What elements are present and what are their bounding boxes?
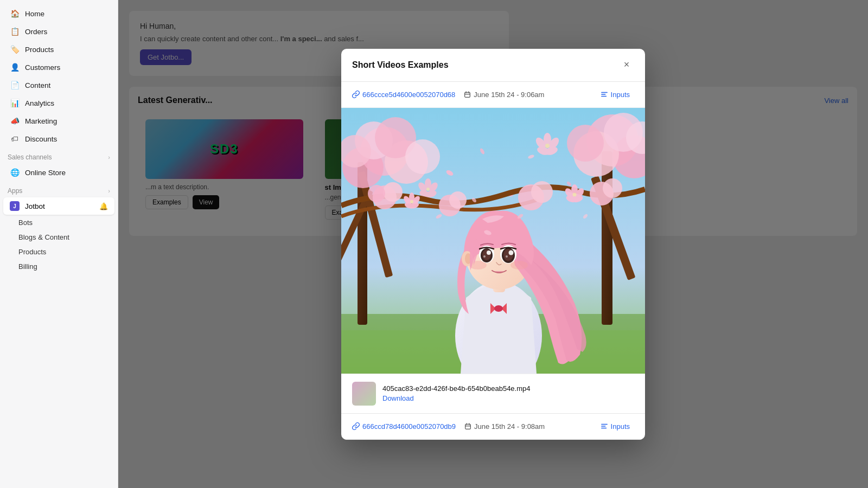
analytics-icon: 📊 <box>10 98 20 108</box>
sidebar-item-discounts[interactable]: 🏷 Discounts <box>3 130 114 147</box>
svg-point-73 <box>410 200 413 203</box>
apps-section: Apps › <box>0 182 118 197</box>
sidebar-item-products[interactable]: 🏷️ Products <box>3 41 114 58</box>
modal-close-button[interactable]: × <box>619 57 634 73</box>
modal: Short Videos Examples × 666ccce5d4600e00… <box>341 49 645 440</box>
svg-point-42 <box>494 305 503 312</box>
sales-channels-section: Sales channels › <box>0 148 118 163</box>
main-content: J Jotbot Hi Human, I can quickly create … <box>118 0 868 488</box>
sidebar-item-orders[interactable]: 📋 Orders <box>3 23 114 40</box>
modal-second-meta: 666ccd78d4600e0052070db9 June 15th 24 - … <box>341 413 645 440</box>
online-store-icon: 🌐 <box>10 168 20 177</box>
modal-file-section: 405cac83-e2dd-426f-be4b-654b0beab54e.mp4… <box>341 374 645 413</box>
modal-date: June 15th 24 - 9:06am <box>464 91 544 99</box>
modal-title: Short Videos Examples <box>352 60 449 70</box>
sidebar-sub-item-blogs-content[interactable]: Blogs & Content <box>3 230 114 244</box>
file-info: 405cac83-e2dd-426f-be4b-654b0beab54e.mp4… <box>382 384 531 402</box>
modal-header: Short Videos Examples × <box>341 49 645 82</box>
orders-icon: 📋 <box>10 27 20 36</box>
sidebar-item-jotbot[interactable]: J Jotbot 🔔 <box>3 197 114 215</box>
sales-channels-chevron: › <box>108 154 110 160</box>
second-inputs-button[interactable]: Inputs <box>596 420 634 433</box>
jotbot-app-icon: J <box>10 201 20 211</box>
svg-point-53 <box>509 250 514 255</box>
second-calendar-icon <box>464 423 471 430</box>
products-icon: 🏷️ <box>10 44 20 54</box>
second-link-icon <box>352 422 360 430</box>
content-icon: 📄 <box>10 80 20 90</box>
anime-scene-svg <box>341 108 645 374</box>
svg-point-48 <box>487 251 491 255</box>
svg-point-67 <box>603 178 622 198</box>
modal-second-link[interactable]: 666ccd78d4600e0052070db9 <box>352 422 456 431</box>
svg-rect-83 <box>465 424 471 429</box>
sidebar-sub-item-products[interactable]: Products <box>3 245 114 259</box>
svg-point-65 <box>531 181 553 203</box>
apps-chevron: › <box>108 188 110 194</box>
modal-second-date: June 15th 24 - 9:08am <box>464 422 545 431</box>
modal-meta-left: 666ccce5d4600e0052070d68 June 15th 24 - … <box>352 91 544 99</box>
svg-point-49 <box>483 255 486 258</box>
discounts-icon: 🏷 <box>10 134 20 144</box>
svg-point-61 <box>368 185 385 202</box>
marketing-icon: 📣 <box>10 116 20 126</box>
modal-image <box>341 108 645 374</box>
home-icon: 🏠 <box>10 9 20 18</box>
svg-point-40 <box>426 188 430 191</box>
calendar-icon <box>464 91 471 98</box>
modal-second-meta-left: 666ccd78d4600e0052070db9 June 15th 24 - … <box>352 422 545 431</box>
customers-icon: 👤 <box>10 62 20 72</box>
file-thumbnail <box>352 382 376 406</box>
sidebar-sub-item-bots[interactable]: Bots <box>3 216 114 229</box>
inputs-icon <box>601 91 608 98</box>
notification-bell-icon[interactable]: 🔔 <box>99 202 108 210</box>
sidebar-item-customers[interactable]: 👤 Customers <box>3 59 114 76</box>
svg-point-79 <box>573 192 577 196</box>
modal-meta: 666ccce5d4600e0052070d68 June 15th 24 - … <box>341 82 645 108</box>
svg-point-54 <box>506 255 508 258</box>
svg-point-60 <box>383 182 403 202</box>
sidebar-item-marketing[interactable]: 📣 Marketing <box>3 112 114 130</box>
svg-point-34 <box>545 144 550 148</box>
modal-image-container <box>341 108 645 374</box>
download-link[interactable]: Download <box>382 394 531 402</box>
modal-overlay[interactable]: Short Videos Examples × 666ccce5d4600e00… <box>118 0 868 488</box>
sidebar: 🏠 Home 📋 Orders 🏷️ Products 👤 Customers … <box>0 0 118 488</box>
svg-rect-7 <box>602 151 612 325</box>
sidebar-item-home[interactable]: 🏠 Home <box>3 5 114 22</box>
sidebar-item-online-store[interactable]: 🌐 Online Store <box>3 164 114 181</box>
svg-point-63 <box>449 191 467 209</box>
link-icon <box>352 91 360 98</box>
inputs-button[interactable]: Inputs <box>596 88 634 101</box>
svg-point-20 <box>567 125 604 162</box>
sidebar-item-content[interactable]: 📄 Content <box>3 76 114 94</box>
sidebar-sub-item-billing[interactable]: Billing <box>3 260 114 273</box>
svg-point-14 <box>405 139 440 174</box>
file-name: 405cac83-e2dd-426f-be4b-654b0beab54e.mp4 <box>382 384 531 393</box>
sidebar-item-analytics[interactable]: 📊 Analytics <box>3 94 114 112</box>
svg-rect-0 <box>465 92 470 97</box>
second-inputs-icon <box>601 422 608 430</box>
svg-point-56 <box>510 261 528 269</box>
modal-link[interactable]: 666ccce5d4600e0052070d68 <box>352 91 455 99</box>
